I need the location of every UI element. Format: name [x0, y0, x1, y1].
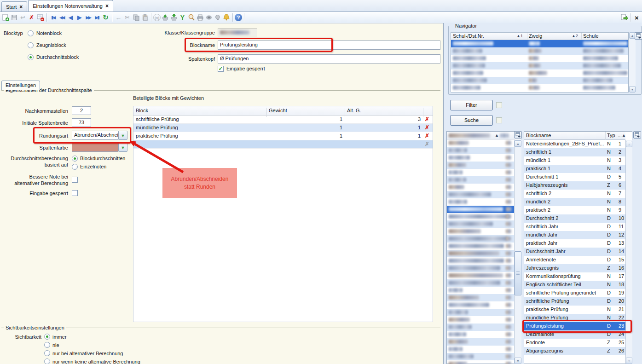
count-icon[interactable]: (n): [153, 14, 161, 21]
group-list-row[interactable]: [447, 324, 514, 331]
cell[interactable]: 1: [269, 125, 342, 130]
column-chooser-button[interactable]: [514, 131, 522, 139]
radio-nur-wenn-keine[interactable]: [44, 358, 50, 364]
nav-fast-forward-icon[interactable]: ▶▶: [84, 13, 93, 22]
cell[interactable]: 3: [347, 116, 421, 122]
scroll-up-icon[interactable]: ▲: [626, 141, 632, 147]
group-list-row[interactable]: [447, 353, 514, 360]
block-list-row[interactable]: Durchschnitt 1D5: [524, 173, 625, 181]
group-list-header[interactable]: ▲: [447, 132, 514, 139]
group-list-row[interactable]: [447, 243, 514, 250]
block-list-row[interactable]: praktisch JahrD13: [524, 239, 625, 248]
block-name[interactable]: mündlich 2: [526, 199, 550, 204]
block-name[interactable]: schriftlich 2: [526, 191, 551, 196]
nachkommastellen-input[interactable]: 2: [72, 106, 91, 115]
group-list-row[interactable]: [447, 301, 514, 309]
group-list-row[interactable]: [447, 287, 514, 294]
group-list-row[interactable]: [447, 265, 514, 272]
cell[interactable]: 1: [347, 133, 421, 139]
tab-settings[interactable]: Einstellungen: [1, 81, 40, 90]
group-list-row[interactable]: [447, 206, 514, 213]
block-list-row[interactable]: mündlich JahrD12: [524, 231, 625, 239]
col-schulnr[interactable]: Schul-/Dst.Nr.: [453, 33, 484, 39]
group-list-row[interactable]: [447, 235, 514, 243]
block-list-row[interactable]: Englisch schriftlicher TeilN18: [524, 281, 625, 289]
weights-row[interactable]: schriftliche Prüfung13✗: [133, 116, 433, 124]
detach-window-icon[interactable]: [619, 13, 628, 22]
block-name[interactable]: Endnote: [526, 340, 545, 345]
block-name[interactable]: Durchschnitt 1: [526, 174, 558, 179]
scroll-down-icon[interactable]: ▼: [626, 358, 632, 364]
block-list-row[interactable]: mündlich 1N3: [524, 156, 625, 165]
radio-notenblock[interactable]: [28, 30, 34, 36]
group-list-row[interactable]: [447, 220, 514, 228]
group-list-row[interactable]: [447, 184, 514, 191]
scroll-down-icon[interactable]: ▼: [629, 86, 636, 92]
bessere-note-checkbox[interactable]: [72, 177, 78, 183]
navigator-row[interactable]: [451, 62, 628, 69]
block-list-row[interactable]: DezimalnoteD24: [524, 330, 625, 339]
scrollbar-thumb[interactable]: [515, 251, 521, 295]
block-name[interactable]: Halbjahreszeugnis: [526, 182, 568, 188]
spaltenfarbe-combo-chevron-icon[interactable]: ▾: [118, 143, 127, 152]
block-name[interactable]: schriftliche Prüfung: [526, 298, 569, 304]
radio-einzelnoten[interactable]: [72, 164, 78, 170]
row-delete-icon[interactable]: ✗: [423, 124, 431, 131]
block-name[interactable]: mündlich Jahr: [526, 232, 557, 237]
block-list-row[interactable]: praktisch 2N9: [524, 206, 625, 214]
block-list-row[interactable]: Durchschnitt 2D10: [524, 214, 625, 223]
block-name[interactable]: schriftlich 1: [526, 149, 551, 155]
rundungsart-combo-chevron-icon[interactable]: ▾: [118, 131, 127, 140]
print-icon[interactable]: [196, 13, 204, 22]
block-name[interactable]: Dezimalnote: [526, 331, 554, 337]
block-list-row[interactable]: AbgangszeugnisZ26: [524, 347, 625, 355]
group-list-row[interactable]: [447, 213, 514, 220]
block-name[interactable]: Jahreszeugnis: [526, 265, 559, 271]
block-list-row[interactable]: Durchschnitt JahrD14: [524, 248, 625, 256]
navigator-row[interactable]: [451, 47, 628, 55]
save-icon[interactable]: [10, 13, 18, 22]
group-list-row[interactable]: [447, 139, 514, 147]
scroll-down-icon[interactable]: ▼: [515, 358, 521, 364]
radio-blockdurchschnitten[interactable]: [72, 156, 78, 162]
block-name[interactable]: schriftlich Jahr: [526, 224, 558, 229]
suche-button[interactable]: Suche: [450, 115, 493, 126]
notification-bell-icon[interactable]: [222, 13, 231, 22]
block-name[interactable]: Noteneinstellungen_2BFS_Pruef...: [526, 141, 604, 146]
col-typ[interactable]: Typ: [607, 133, 615, 138]
undo-icon[interactable]: ↩: [18, 13, 27, 22]
tab-einstellungen-notenverwaltung[interactable]: Einstellungen Notenverwaltung ×: [28, 0, 113, 12]
column-chooser-button[interactable]: [635, 32, 642, 40]
group-list-row[interactable]: [447, 294, 514, 301]
cell[interactable]: 1: [347, 125, 421, 130]
cut-icon[interactable]: ✂: [123, 13, 132, 22]
preview-icon[interactable]: [204, 13, 213, 22]
block-list-row[interactable]: schriftlich 1N2: [524, 148, 625, 156]
radio-durchschnittsblock[interactable]: [28, 54, 34, 60]
nav-forward-icon[interactable]: ▶: [75, 13, 84, 22]
block-list-row[interactable]: schriftlich 2N7: [524, 190, 625, 198]
col-schule[interactable]: Schule: [583, 33, 599, 39]
new-document-icon[interactable]: [1, 13, 10, 22]
nav-back-icon[interactable]: ◀: [66, 13, 75, 22]
group-list-row[interactable]: [447, 346, 514, 353]
group-list-row[interactable]: [447, 154, 514, 162]
block-name[interactable]: Prüfungsleistung: [526, 323, 564, 329]
refresh-icon[interactable]: ↻: [101, 13, 110, 22]
rundungsart-combo-value[interactable]: Abrunden/Abschneiden: [72, 131, 118, 140]
radio-immer[interactable]: [44, 334, 50, 340]
group-list-row[interactable]: [447, 191, 514, 198]
weights-row-empty[interactable]: ✗: [133, 140, 433, 149]
block-list-row[interactable]: PrüfungsleistungD23: [524, 322, 625, 330]
tab-close-icon[interactable]: ×: [19, 5, 23, 9]
tab-start[interactable]: Start ×: [1, 1, 27, 12]
row-delete-icon[interactable]: ✗: [423, 116, 431, 123]
group-list-row[interactable]: [447, 338, 514, 346]
cell[interactable]: praktische Prüfung: [136, 133, 265, 139]
export-basket-icon[interactable]: [169, 13, 178, 22]
group-list-row[interactable]: [447, 198, 514, 206]
block-name[interactable]: Anmeldenote: [526, 257, 556, 262]
group-list-row[interactable]: [447, 169, 514, 176]
spaltenkopf-input[interactable]: Ø Prüfungen: [218, 54, 440, 64]
group-list-row[interactable]: [447, 176, 514, 184]
